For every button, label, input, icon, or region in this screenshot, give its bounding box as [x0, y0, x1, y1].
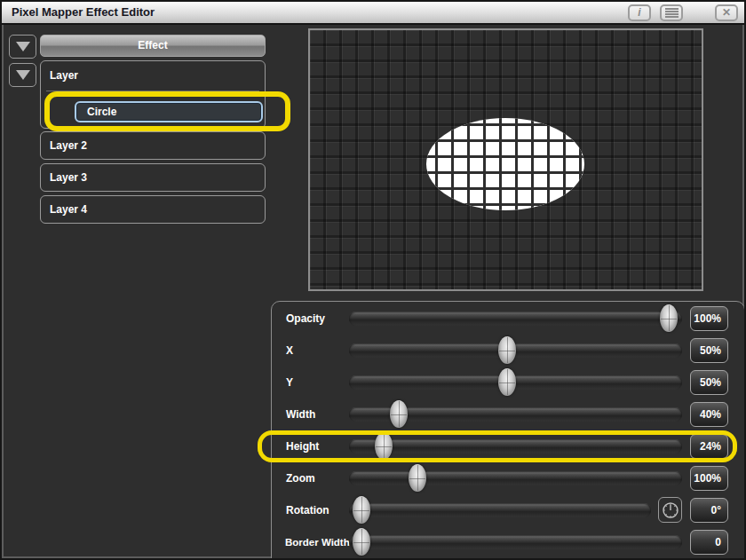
rotation-value-box[interactable]: 0°	[690, 498, 728, 523]
scroll-down-button-1[interactable]	[9, 35, 36, 59]
slider-row-opacity: Opacity 100%	[272, 305, 744, 332]
divider	[46, 91, 259, 91]
window-title: Pixel Mapper Effect Editor	[12, 5, 155, 19]
zoom-slider-track[interactable]	[349, 471, 682, 485]
slider-row-width: Width 40%	[272, 401, 744, 428]
scroll-down-button-2[interactable]	[9, 63, 36, 87]
x-slider-track[interactable]	[349, 343, 682, 358]
effect-header-button[interactable]: Effect	[40, 35, 266, 57]
height-slider-track[interactable]	[349, 439, 682, 454]
height-value-box[interactable]: 24%	[690, 434, 728, 459]
width-slider-track[interactable]	[349, 407, 682, 422]
layer-3-button[interactable]: Layer 3	[40, 163, 266, 192]
border-width-label: Border Width	[285, 529, 350, 556]
border-width-value-box[interactable]: 0	[690, 530, 728, 555]
rotation-label: Rotation	[286, 497, 329, 524]
effect-parameters-panel: Opacity 100% X 50% Y 50% Width 40% Heigh…	[271, 301, 745, 560]
slider-row-x: X 50%	[272, 337, 744, 364]
y-value-box[interactable]: 50%	[690, 370, 728, 395]
info-icon: i	[638, 6, 640, 19]
opacity-value-box[interactable]: 100%	[690, 306, 728, 331]
slider-row-height: Height 24%	[272, 433, 744, 460]
border-width-slider-knob[interactable]	[353, 528, 370, 556]
height-label: Height	[286, 433, 319, 460]
circle-effect-button[interactable]: Circle	[75, 101, 263, 122]
menu-icon	[665, 8, 679, 18]
layer-1-group[interactable]: Layer Circle	[40, 60, 266, 129]
border-width-slider-track[interactable]	[349, 535, 682, 549]
close-button[interactable]: ✕	[715, 4, 738, 21]
menu-button[interactable]	[660, 4, 683, 21]
y-slider-knob[interactable]	[498, 368, 516, 396]
layer-1-label: Layer	[50, 69, 78, 82]
y-slider-track[interactable]	[349, 375, 682, 390]
zoom-value-box[interactable]: 100%	[690, 466, 728, 491]
title-bar[interactable]: Pixel Mapper Effect Editor i ✕	[2, 2, 744, 25]
slider-row-border-width: Border Width 0	[272, 529, 744, 556]
clock-dial-icon	[662, 501, 679, 519]
x-value-box[interactable]: 50%	[690, 338, 728, 363]
y-label: Y	[286, 369, 293, 396]
opacity-slider-track[interactable]	[349, 312, 682, 326]
opacity-label: Opacity	[286, 305, 325, 332]
width-label: Width	[286, 401, 315, 428]
triangle-down-icon	[16, 42, 30, 51]
zoom-slider-knob[interactable]	[409, 464, 426, 492]
opacity-slider-knob[interactable]	[660, 304, 678, 332]
info-button[interactable]: i	[628, 4, 651, 21]
slider-row-y: Y 50%	[272, 369, 744, 396]
rotation-slider-track[interactable]	[349, 503, 651, 517]
x-label: X	[286, 337, 293, 364]
pixel-grid-preview	[308, 28, 703, 291]
pixel-mapper-effect-editor-window: Pixel Mapper Effect Editor i ✕ Effect La…	[0, 0, 746, 560]
slider-row-rotation: Rotation 0°	[272, 497, 744, 524]
slider-row-zoom: Zoom 100%	[272, 465, 744, 492]
layer-4-button[interactable]: Layer 4	[40, 195, 266, 224]
x-slider-knob[interactable]	[498, 336, 516, 364]
rotation-slider-knob[interactable]	[353, 496, 370, 524]
width-value-box[interactable]: 40%	[690, 402, 728, 427]
grid-overlay	[426, 118, 584, 210]
triangle-down-icon	[16, 70, 30, 80]
layer-2-button[interactable]: Layer 2	[40, 131, 266, 160]
close-icon: ✕	[722, 6, 731, 19]
zoom-label: Zoom	[286, 465, 315, 492]
circle-effect-shape	[426, 118, 584, 210]
rotation-dial-button[interactable]	[658, 497, 682, 523]
height-slider-knob[interactable]	[375, 432, 393, 460]
width-slider-knob[interactable]	[390, 400, 408, 428]
